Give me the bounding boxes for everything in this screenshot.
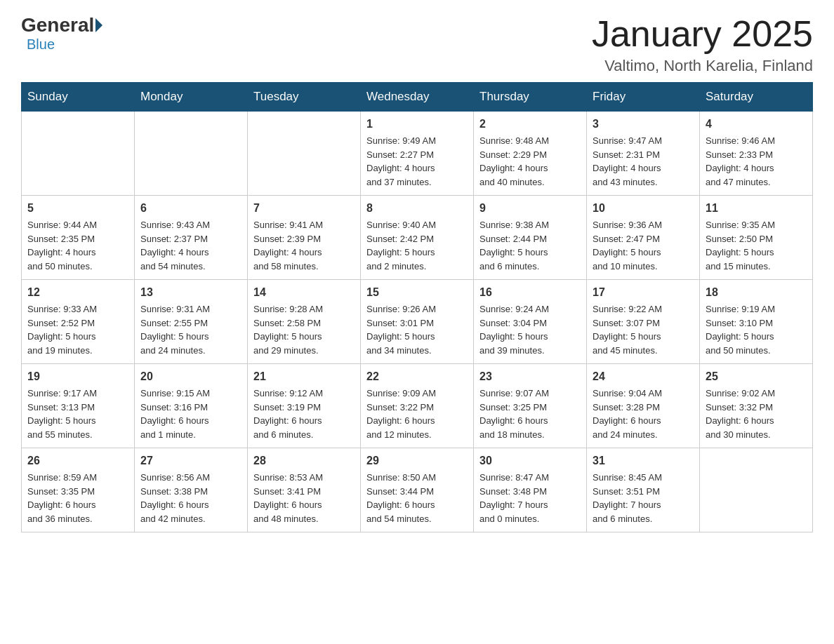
day-number: 12 (27, 284, 128, 301)
calendar-day-31: 31Sunrise: 8:45 AM Sunset: 3:51 PM Dayli… (587, 448, 700, 532)
day-number: 16 (479, 284, 581, 301)
day-info: Sunrise: 8:45 AM Sunset: 3:51 PM Dayligh… (593, 471, 694, 525)
day-info: Sunrise: 8:50 AM Sunset: 3:44 PM Dayligh… (366, 471, 468, 525)
day-number: 3 (593, 116, 694, 133)
day-info: Sunrise: 9:26 AM Sunset: 3:01 PM Dayligh… (366, 302, 468, 357)
day-number: 17 (593, 284, 694, 301)
calendar-day-22: 22Sunrise: 9:09 AM Sunset: 3:22 PM Dayli… (361, 364, 474, 448)
day-info: Sunrise: 9:19 AM Sunset: 3:10 PM Dayligh… (706, 302, 807, 357)
day-info: Sunrise: 9:41 AM Sunset: 2:39 PM Dayligh… (253, 218, 355, 273)
calendar-day-26: 26Sunrise: 8:59 AM Sunset: 3:35 PM Dayli… (22, 448, 135, 532)
day-info: Sunrise: 9:49 AM Sunset: 2:27 PM Dayligh… (366, 134, 468, 189)
calendar-day-7: 7Sunrise: 9:41 AM Sunset: 2:39 PM Daylig… (248, 196, 361, 280)
day-info: Sunrise: 9:33 AM Sunset: 2:52 PM Dayligh… (27, 302, 128, 357)
calendar-day-16: 16Sunrise: 9:24 AM Sunset: 3:04 PM Dayli… (474, 280, 587, 364)
weekday-header-wednesday: Wednesday (361, 83, 474, 112)
calendar-day-8: 8Sunrise: 9:40 AM Sunset: 2:42 PM Daylig… (361, 196, 474, 280)
day-info: Sunrise: 9:04 AM Sunset: 3:28 PM Dayligh… (593, 387, 694, 441)
day-info: Sunrise: 9:09 AM Sunset: 3:22 PM Dayligh… (366, 387, 468, 441)
day-info: Sunrise: 8:59 AM Sunset: 3:35 PM Dayligh… (27, 471, 128, 525)
logo-blue-text: Blue (27, 36, 55, 52)
day-info: Sunrise: 9:07 AM Sunset: 3:25 PM Dayligh… (479, 387, 581, 441)
weekday-header-row: SundayMondayTuesdayWednesdayThursdayFrid… (22, 83, 813, 112)
calendar-day-29: 29Sunrise: 8:50 AM Sunset: 3:44 PM Dayli… (361, 448, 474, 532)
calendar-day-3: 3Sunrise: 9:47 AM Sunset: 2:31 PM Daylig… (587, 112, 700, 196)
day-number: 23 (479, 368, 581, 385)
day-number: 20 (140, 368, 241, 385)
calendar-day-2: 2Sunrise: 9:48 AM Sunset: 2:29 PM Daylig… (474, 112, 587, 196)
day-number: 31 (593, 452, 694, 469)
title-area: January 2025 Valtimo, North Karelia, Fin… (592, 14, 813, 75)
location: Valtimo, North Karelia, Finland (592, 57, 813, 75)
calendar-day-18: 18Sunrise: 9:19 AM Sunset: 3:10 PM Dayli… (700, 280, 813, 364)
day-number: 21 (253, 368, 355, 385)
day-number: 30 (479, 452, 581, 469)
calendar-week-row: 5Sunrise: 9:44 AM Sunset: 2:35 PM Daylig… (22, 196, 813, 280)
day-number: 24 (593, 368, 694, 385)
day-number: 7 (253, 200, 355, 217)
calendar-day-6: 6Sunrise: 9:43 AM Sunset: 2:37 PM Daylig… (135, 196, 248, 280)
day-info: Sunrise: 9:35 AM Sunset: 2:50 PM Dayligh… (706, 218, 807, 273)
day-number: 1 (366, 116, 468, 133)
day-number: 22 (366, 368, 468, 385)
day-number: 19 (27, 368, 128, 385)
calendar-day-15: 15Sunrise: 9:26 AM Sunset: 3:01 PM Dayli… (361, 280, 474, 364)
day-info: Sunrise: 9:28 AM Sunset: 2:58 PM Dayligh… (253, 302, 355, 357)
calendar-day-27: 27Sunrise: 8:56 AM Sunset: 3:38 PM Dayli… (135, 448, 248, 532)
day-number: 25 (706, 368, 807, 385)
day-info: Sunrise: 9:48 AM Sunset: 2:29 PM Dayligh… (479, 134, 581, 189)
day-number: 18 (706, 284, 807, 301)
calendar-table: SundayMondayTuesdayWednesdayThursdayFrid… (21, 82, 813, 532)
day-number: 11 (706, 200, 807, 217)
day-info: Sunrise: 9:31 AM Sunset: 2:55 PM Dayligh… (140, 302, 241, 357)
calendar-week-row: 12Sunrise: 9:33 AM Sunset: 2:52 PM Dayli… (22, 280, 813, 364)
calendar-day-25: 25Sunrise: 9:02 AM Sunset: 3:32 PM Dayli… (700, 364, 813, 448)
calendar-day-11: 11Sunrise: 9:35 AM Sunset: 2:50 PM Dayli… (700, 196, 813, 280)
day-number: 26 (27, 452, 128, 469)
calendar-day-23: 23Sunrise: 9:07 AM Sunset: 3:25 PM Dayli… (474, 364, 587, 448)
calendar-day-1: 1Sunrise: 9:49 AM Sunset: 2:27 PM Daylig… (361, 112, 474, 196)
logo: General Blue (21, 14, 104, 53)
calendar-day-12: 12Sunrise: 9:33 AM Sunset: 2:52 PM Dayli… (22, 280, 135, 364)
calendar-empty-cell (22, 112, 135, 196)
day-info: Sunrise: 9:17 AM Sunset: 3:13 PM Dayligh… (27, 387, 128, 441)
day-info: Sunrise: 8:47 AM Sunset: 3:48 PM Dayligh… (479, 471, 581, 525)
day-info: Sunrise: 9:02 AM Sunset: 3:32 PM Dayligh… (706, 387, 807, 441)
calendar-day-5: 5Sunrise: 9:44 AM Sunset: 2:35 PM Daylig… (22, 196, 135, 280)
calendar-day-30: 30Sunrise: 8:47 AM Sunset: 3:48 PM Dayli… (474, 448, 587, 532)
calendar-week-row: 26Sunrise: 8:59 AM Sunset: 3:35 PM Dayli… (22, 448, 813, 532)
day-info: Sunrise: 9:46 AM Sunset: 2:33 PM Dayligh… (706, 134, 807, 189)
weekday-header-thursday: Thursday (474, 83, 587, 112)
day-number: 2 (479, 116, 581, 133)
month-title: January 2025 (592, 14, 813, 54)
day-info: Sunrise: 9:12 AM Sunset: 3:19 PM Dayligh… (253, 387, 355, 441)
day-number: 5 (27, 200, 128, 217)
calendar-day-13: 13Sunrise: 9:31 AM Sunset: 2:55 PM Dayli… (135, 280, 248, 364)
day-number: 8 (366, 200, 468, 217)
day-number: 15 (366, 284, 468, 301)
day-info: Sunrise: 8:53 AM Sunset: 3:41 PM Dayligh… (253, 471, 355, 525)
calendar-week-row: 19Sunrise: 9:17 AM Sunset: 3:13 PM Dayli… (22, 364, 813, 448)
day-info: Sunrise: 9:22 AM Sunset: 3:07 PM Dayligh… (593, 302, 694, 357)
weekday-header-friday: Friday (587, 83, 700, 112)
calendar-day-10: 10Sunrise: 9:36 AM Sunset: 2:47 PM Dayli… (587, 196, 700, 280)
day-number: 29 (366, 452, 468, 469)
day-number: 10 (593, 200, 694, 217)
calendar-day-14: 14Sunrise: 9:28 AM Sunset: 2:58 PM Dayli… (248, 280, 361, 364)
day-number: 4 (706, 116, 807, 133)
day-number: 27 (140, 452, 241, 469)
day-info: Sunrise: 9:44 AM Sunset: 2:35 PM Dayligh… (27, 218, 128, 273)
logo-arrow-icon (95, 18, 102, 32)
day-info: Sunrise: 9:15 AM Sunset: 3:16 PM Dayligh… (140, 387, 241, 441)
weekday-header-saturday: Saturday (700, 83, 813, 112)
day-info: Sunrise: 9:38 AM Sunset: 2:44 PM Dayligh… (479, 218, 581, 273)
day-number: 13 (140, 284, 241, 301)
calendar-empty-cell (248, 112, 361, 196)
calendar-day-19: 19Sunrise: 9:17 AM Sunset: 3:13 PM Dayli… (22, 364, 135, 448)
day-number: 6 (140, 200, 241, 217)
calendar-empty-cell (700, 448, 813, 532)
logo-general-text: General (21, 14, 94, 36)
day-info: Sunrise: 9:47 AM Sunset: 2:31 PM Dayligh… (593, 134, 694, 189)
calendar-day-17: 17Sunrise: 9:22 AM Sunset: 3:07 PM Dayli… (587, 280, 700, 364)
calendar-day-9: 9Sunrise: 9:38 AM Sunset: 2:44 PM Daylig… (474, 196, 587, 280)
